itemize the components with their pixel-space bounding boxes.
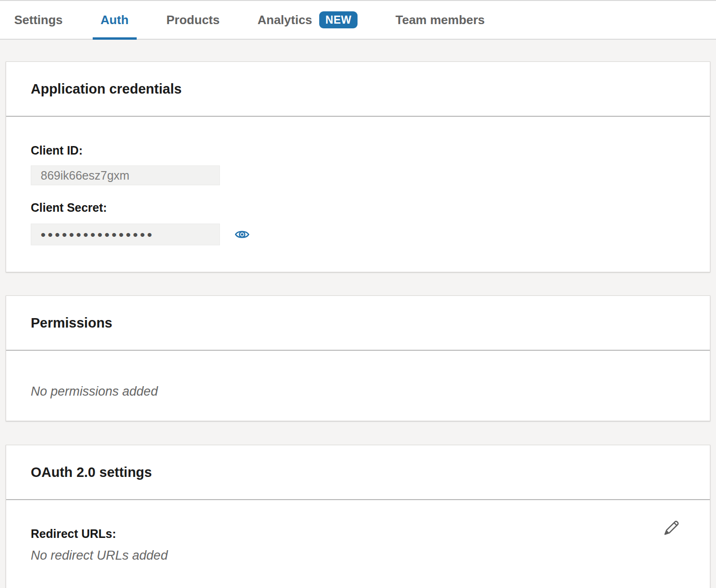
client-id-value: 869ik66esz7gxm — [41, 169, 130, 182]
oauth-settings-body: Redirect URLs: No redirect URLs added — [6, 500, 710, 588]
client-id-field[interactable]: 869ik66esz7gxm — [31, 165, 220, 185]
no-redirect-urls-text: No redirect URLs added — [31, 548, 685, 563]
tab-settings[interactable]: Settings — [14, 1, 63, 39]
tab-bar: Settings Auth Products Analytics NEW Tea… — [0, 0, 716, 40]
oauth-settings-title: OAuth 2.0 settings — [6, 445, 710, 500]
pencil-icon — [662, 517, 681, 537]
eye-icon — [235, 227, 250, 242]
client-id-label: Client ID: — [31, 144, 685, 156]
new-badge: NEW — [319, 11, 358, 28]
permissions-body: No permissions added — [6, 351, 710, 421]
reveal-secret-button[interactable] — [235, 227, 250, 242]
client-secret-field[interactable]: •••••••••••••••• — [31, 224, 220, 245]
tab-auth[interactable]: Auth — [101, 1, 129, 39]
tab-analytics-label: Analytics — [257, 13, 312, 27]
tab-auth-label: Auth — [101, 13, 129, 27]
main-content: Application credentials Client ID: 869ik… — [0, 40, 716, 588]
application-credentials-body: Client ID: 869ik66esz7gxm Client Secret:… — [6, 117, 710, 272]
permissions-title: Permissions — [6, 296, 710, 351]
client-secret-label: Client Secret: — [31, 201, 685, 214]
redirect-urls-label: Redirect URLs: — [31, 527, 685, 540]
tab-team-members-label: Team members — [395, 13, 485, 27]
oauth-settings-card: OAuth 2.0 settings Redirect URLs: No red… — [6, 445, 710, 588]
tab-products-label: Products — [166, 13, 220, 27]
edit-redirect-urls-button[interactable] — [662, 517, 681, 537]
tab-analytics[interactable]: Analytics NEW — [257, 1, 358, 39]
tab-team-members[interactable]: Team members — [395, 1, 485, 39]
permissions-card: Permissions No permissions added — [6, 295, 710, 421]
application-credentials-title: Application credentials — [6, 62, 710, 117]
tab-products[interactable]: Products — [166, 1, 220, 39]
tab-settings-label: Settings — [14, 13, 63, 27]
client-secret-row: •••••••••••••••• — [31, 224, 685, 245]
client-secret-masked-value: •••••••••••••••• — [41, 228, 154, 242]
no-permissions-text: No permissions added — [31, 384, 685, 399]
application-credentials-card: Application credentials Client ID: 869ik… — [6, 61, 710, 272]
